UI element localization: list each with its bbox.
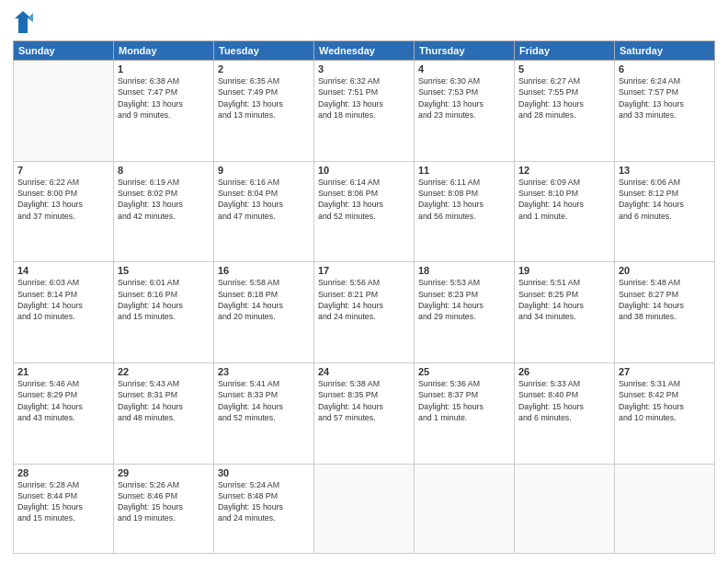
day-info: Sunrise: 5:48 AMSunset: 8:27 PMDaylight:… (619, 277, 711, 322)
day-header-friday: Friday (515, 41, 615, 61)
day-header-thursday: Thursday (415, 41, 515, 61)
day-number: 6 (619, 63, 711, 75)
calendar-cell: 2Sunrise: 6:35 AMSunset: 7:49 PMDaylight… (214, 61, 314, 162)
calendar-cell (615, 464, 715, 554)
calendar-cell: 7Sunrise: 6:22 AMSunset: 8:00 PMDaylight… (14, 161, 114, 262)
calendar-table: SundayMondayTuesdayWednesdayThursdayFrid… (13, 40, 715, 554)
day-info: Sunrise: 5:43 AMSunset: 8:31 PMDaylight:… (118, 378, 210, 423)
calendar-header-row: SundayMondayTuesdayWednesdayThursdayFrid… (14, 41, 715, 61)
day-info: Sunrise: 6:09 AMSunset: 8:10 PMDaylight:… (518, 177, 610, 222)
day-number: 24 (318, 366, 410, 377)
day-header-tuesday: Tuesday (214, 41, 314, 61)
day-number: 5 (518, 63, 610, 75)
calendar-cell (415, 464, 515, 554)
day-info: Sunrise: 6:11 AMSunset: 8:08 PMDaylight:… (418, 177, 510, 222)
day-number: 14 (17, 265, 109, 276)
day-number: 4 (418, 63, 510, 75)
calendar-cell: 10Sunrise: 6:14 AMSunset: 8:06 PMDayligh… (314, 161, 415, 262)
day-number: 16 (218, 265, 310, 276)
day-info: Sunrise: 6:01 AMSunset: 8:16 PMDaylight:… (118, 277, 210, 322)
day-info: Sunrise: 6:24 AMSunset: 7:57 PMDaylight:… (619, 75, 711, 121)
calendar-week-0: 1Sunrise: 6:38 AMSunset: 7:47 PMDaylight… (14, 61, 715, 162)
svg-marker-0 (15, 11, 31, 33)
page: SundayMondayTuesdayWednesdayThursdayFrid… (0, 0, 728, 563)
day-number: 20 (619, 265, 711, 276)
calendar-week-4: 28Sunrise: 5:28 AMSunset: 8:44 PMDayligh… (14, 464, 715, 554)
day-number: 19 (518, 265, 610, 276)
day-info: Sunrise: 6:35 AMSunset: 7:49 PMDaylight:… (218, 75, 310, 121)
calendar-cell (314, 464, 415, 554)
calendar-cell: 23Sunrise: 5:41 AMSunset: 8:33 PMDayligh… (214, 362, 314, 464)
calendar-cell: 22Sunrise: 5:43 AMSunset: 8:31 PMDayligh… (114, 362, 214, 464)
day-number: 3 (318, 63, 410, 75)
day-info: Sunrise: 5:56 AMSunset: 8:21 PMDaylight:… (318, 277, 410, 322)
calendar-cell: 27Sunrise: 5:31 AMSunset: 8:42 PMDayligh… (615, 362, 715, 464)
day-number: 2 (218, 63, 310, 75)
day-number: 1 (118, 63, 210, 75)
day-number: 10 (318, 165, 410, 176)
calendar-cell: 13Sunrise: 6:06 AMSunset: 8:12 PMDayligh… (615, 161, 715, 262)
day-info: Sunrise: 5:24 AMSunset: 8:48 PMDaylight:… (218, 479, 310, 524)
calendar-cell: 6Sunrise: 6:24 AMSunset: 7:57 PMDaylight… (615, 61, 715, 162)
day-number: 22 (118, 366, 210, 377)
day-number: 18 (418, 265, 510, 276)
calendar-cell: 20Sunrise: 5:48 AMSunset: 8:27 PMDayligh… (615, 262, 715, 363)
calendar-week-2: 14Sunrise: 6:03 AMSunset: 8:14 PMDayligh… (14, 262, 715, 363)
day-number: 29 (118, 467, 210, 478)
calendar-cell: 15Sunrise: 6:01 AMSunset: 8:16 PMDayligh… (114, 262, 214, 363)
day-info: Sunrise: 6:19 AMSunset: 8:02 PMDaylight:… (118, 177, 210, 222)
day-info: Sunrise: 6:30 AMSunset: 7:53 PMDaylight:… (418, 75, 510, 121)
calendar-cell: 17Sunrise: 5:56 AMSunset: 8:21 PMDayligh… (314, 262, 415, 363)
calendar-cell: 28Sunrise: 5:28 AMSunset: 8:44 PMDayligh… (14, 464, 114, 554)
calendar-cell: 18Sunrise: 5:53 AMSunset: 8:23 PMDayligh… (415, 262, 515, 363)
calendar-cell: 14Sunrise: 6:03 AMSunset: 8:14 PMDayligh… (14, 262, 114, 363)
calendar-cell: 29Sunrise: 5:26 AMSunset: 8:46 PMDayligh… (114, 464, 214, 554)
day-header-wednesday: Wednesday (314, 41, 415, 61)
calendar-week-1: 7Sunrise: 6:22 AMSunset: 8:00 PMDaylight… (14, 161, 715, 262)
calendar-cell: 3Sunrise: 6:32 AMSunset: 7:51 PMDaylight… (314, 61, 415, 162)
day-info: Sunrise: 5:28 AMSunset: 8:44 PMDaylight:… (17, 479, 109, 524)
day-info: Sunrise: 5:31 AMSunset: 8:42 PMDaylight:… (619, 378, 711, 423)
calendar-cell: 9Sunrise: 6:16 AMSunset: 8:04 PMDaylight… (214, 161, 314, 262)
day-number: 17 (318, 265, 410, 276)
calendar-cell: 5Sunrise: 6:27 AMSunset: 7:55 PMDaylight… (515, 61, 615, 162)
calendar-cell: 8Sunrise: 6:19 AMSunset: 8:02 PMDaylight… (114, 161, 214, 262)
day-number: 7 (17, 165, 109, 176)
calendar-cell (515, 464, 615, 554)
day-number: 12 (518, 165, 610, 176)
day-info: Sunrise: 5:53 AMSunset: 8:23 PMDaylight:… (418, 277, 510, 322)
day-info: Sunrise: 6:03 AMSunset: 8:14 PMDaylight:… (17, 277, 109, 322)
day-info: Sunrise: 5:33 AMSunset: 8:40 PMDaylight:… (518, 378, 610, 423)
day-info: Sunrise: 6:22 AMSunset: 8:00 PMDaylight:… (17, 177, 109, 222)
day-number: 9 (218, 165, 310, 176)
day-number: 26 (518, 366, 610, 377)
day-header-monday: Monday (114, 41, 214, 61)
day-number: 25 (418, 366, 510, 377)
day-info: Sunrise: 6:06 AMSunset: 8:12 PMDaylight:… (619, 177, 711, 222)
calendar-cell: 11Sunrise: 6:11 AMSunset: 8:08 PMDayligh… (415, 161, 515, 262)
day-number: 8 (118, 165, 210, 176)
day-number: 13 (619, 165, 711, 176)
day-number: 30 (218, 467, 310, 478)
header (13, 9, 715, 35)
day-info: Sunrise: 6:14 AMSunset: 8:06 PMDaylight:… (318, 177, 410, 222)
day-info: Sunrise: 6:27 AMSunset: 7:55 PMDaylight:… (518, 75, 610, 121)
day-info: Sunrise: 5:58 AMSunset: 8:18 PMDaylight:… (218, 277, 310, 322)
day-number: 28 (17, 467, 109, 478)
day-info: Sunrise: 6:16 AMSunset: 8:04 PMDaylight:… (218, 177, 310, 222)
calendar-cell: 4Sunrise: 6:30 AMSunset: 7:53 PMDaylight… (415, 61, 515, 162)
day-info: Sunrise: 5:36 AMSunset: 8:37 PMDaylight:… (418, 378, 510, 423)
day-number: 27 (619, 366, 711, 377)
calendar-week-3: 21Sunrise: 5:46 AMSunset: 8:29 PMDayligh… (14, 362, 715, 464)
calendar-cell: 1Sunrise: 6:38 AMSunset: 7:47 PMDaylight… (114, 61, 214, 162)
calendar-cell (14, 61, 114, 162)
calendar-cell: 19Sunrise: 5:51 AMSunset: 8:25 PMDayligh… (515, 262, 615, 363)
day-info: Sunrise: 6:38 AMSunset: 7:47 PMDaylight:… (118, 75, 210, 121)
calendar-cell: 26Sunrise: 5:33 AMSunset: 8:40 PMDayligh… (515, 362, 615, 464)
logo (13, 9, 35, 35)
day-info: Sunrise: 6:32 AMSunset: 7:51 PMDaylight:… (318, 75, 410, 121)
logo-icon (13, 9, 33, 35)
day-number: 11 (418, 165, 510, 176)
day-info: Sunrise: 5:41 AMSunset: 8:33 PMDaylight:… (218, 378, 310, 423)
day-info: Sunrise: 5:38 AMSunset: 8:35 PMDaylight:… (318, 378, 410, 423)
